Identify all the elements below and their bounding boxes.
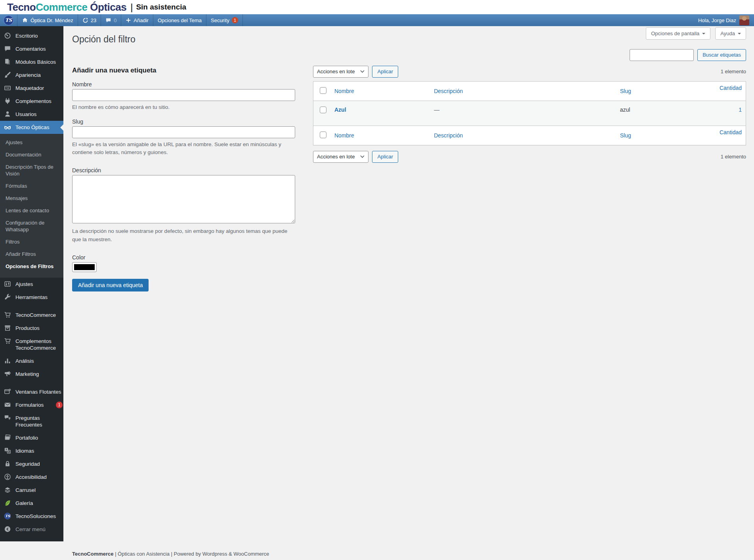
sidebar-item-productos[interactable]: Productos: [0, 322, 63, 335]
apply-button-bottom[interactable]: Aplicar: [372, 151, 398, 163]
builder-icon: [4, 84, 12, 91]
sort-by-description[interactable]: Descripción: [434, 132, 463, 139]
sidebar-item-usuarios[interactable]: Usuarios: [0, 108, 63, 121]
accessibility-icon: [4, 473, 12, 480]
admin-sidebar: EscritorioComentariosMódulos BásicosApar…: [0, 26, 63, 541]
sidebar-item-accesibilidad[interactable]: Accesibilidad: [0, 470, 63, 484]
submenu-item-lentes-de-contacto[interactable]: Lentes de contacto: [0, 204, 63, 217]
collapse-icon: [4, 526, 12, 533]
submenu-item-mensajes[interactable]: Mensajes: [0, 192, 63, 204]
brand-title: TecnoCommerce Ópticas: [7, 1, 126, 13]
comments-menu[interactable]: 0: [101, 14, 121, 26]
description-textarea[interactable]: [72, 175, 295, 223]
sidebar-item-ajustes[interactable]: Ajustes: [0, 278, 63, 291]
sidebar-item-preguntas-frecuentes[interactable]: Preguntas Frecuentes: [0, 411, 63, 431]
search-input[interactable]: [630, 49, 694, 61]
security-menu[interactable]: Security 1: [206, 14, 243, 26]
tag-slug: azul: [620, 107, 630, 113]
sort-by-slug[interactable]: Slug: [620, 88, 631, 94]
sidebar-item-carrusel[interactable]: Carrusel: [0, 484, 63, 497]
bulk-actions-select-bottom[interactable]: Acciones en lote: [313, 151, 368, 163]
apply-button[interactable]: Aplicar: [372, 66, 398, 78]
updates-menu[interactable]: 23: [78, 14, 101, 26]
screen-options-button[interactable]: Opciones de pantalla: [646, 27, 710, 40]
sidebar-item-portafolio[interactable]: Portafolio: [0, 431, 63, 444]
submenu-item-opciones-de-filtros[interactable]: Opciones de Filtros: [0, 260, 63, 272]
tag-name-link[interactable]: Azul: [334, 107, 346, 113]
comments-icon: [4, 45, 12, 52]
sort-by-name[interactable]: Nombre: [334, 88, 354, 94]
sidebar-item-cerrar-menu[interactable]: Cerrar menú: [0, 523, 63, 536]
tag-count-link[interactable]: 1: [739, 107, 742, 113]
description-label: Descripción: [72, 167, 295, 173]
sidebar-item-complementos[interactable]: Complementos: [0, 95, 63, 108]
site-name-menu[interactable]: Óptica Dr. Méndez: [17, 14, 78, 26]
tecno-opticas-submenu: AjustesDocumentaciónDescripción Tipos de…: [0, 134, 63, 278]
sidebar-item-escritorio[interactable]: Escritorio: [0, 29, 63, 42]
submenu-item-descripcion-tipos-de-vision[interactable]: Descripción Tipos de Visión: [0, 161, 63, 180]
portfolio-icon: [4, 434, 12, 441]
slug-input[interactable]: [72, 126, 295, 138]
sort-by-count[interactable]: Cantidad: [720, 129, 742, 135]
select-all-checkbox[interactable]: [320, 131, 326, 138]
account-menu[interactable]: Hola, Jorge Diaz: [693, 14, 754, 26]
select-row-checkbox[interactable]: [320, 107, 326, 113]
sidebar-item-analisis[interactable]: Análisis: [0, 354, 63, 368]
sort-by-count[interactable]: Cantidad: [720, 85, 742, 91]
sidebar-item-herramientas[interactable]: Herramientas: [0, 291, 63, 304]
sidebar-item-tecno-opticas[interactable]: Tecno Ópticas: [0, 121, 63, 134]
megaphone-icon: [4, 370, 12, 377]
submenu-item-ajustes[interactable]: Ajustes: [0, 136, 63, 149]
submenu-item-filtros[interactable]: Filtros: [0, 236, 63, 248]
submenu-item-formulas[interactable]: Fórmulas: [0, 180, 63, 192]
tag-description: —: [434, 107, 439, 113]
security-badge: 1: [232, 17, 238, 23]
plugins-icon: [4, 97, 12, 105]
search-tags-button[interactable]: Buscar etiquetas: [697, 49, 746, 61]
select-all-checkbox[interactable]: [320, 87, 326, 94]
admin-footer: TecnoCommerce | Ópticas con Asistencia |…: [72, 551, 269, 557]
sidebar-item-comentarios[interactable]: Comentarios: [0, 42, 63, 55]
glasses-icon: [4, 124, 12, 131]
sidebar-item-tecnosoluciones[interactable]: TSTecnoSoluciones: [0, 510, 63, 523]
submenu-item-documentacion[interactable]: Documentación: [0, 149, 63, 161]
page-title: Opción del filtro: [72, 34, 746, 45]
sort-by-description[interactable]: Descripción: [434, 88, 463, 94]
lock-icon: [4, 460, 12, 467]
name-label: Nombre: [72, 81, 295, 88]
sidebar-item-galeria[interactable]: Galería: [0, 497, 63, 510]
new-content-menu[interactable]: Añadir: [121, 14, 153, 26]
add-tag-button[interactable]: Añadir una nueva etiqueta: [72, 279, 149, 291]
theme-options-menu[interactable]: Opciones del Tema: [153, 14, 206, 26]
tags-list: Buscar etiquetas Acciones en lote Aplica…: [313, 49, 746, 163]
menu-separator: [0, 304, 63, 309]
name-input[interactable]: [72, 89, 295, 101]
submenu-item-configuracion-de-whatsapp[interactable]: Configuración de Whatsapp: [0, 217, 63, 236]
chevron-down-icon: [360, 70, 365, 73]
avatar: [739, 15, 749, 25]
sidebar-item-maquetador[interactable]: Maquetador: [0, 82, 63, 95]
sidebar-item-formularios[interactable]: Formularios1: [0, 398, 63, 411]
pages-icon: [4, 58, 12, 65]
tools-icon: [4, 293, 12, 301]
sidebar-item-apariencia[interactable]: Apariencia: [0, 69, 63, 82]
update-icon: [82, 17, 88, 23]
help-button[interactable]: Ayuda: [715, 27, 746, 40]
sidebar-item-idiomas[interactable]: Idiomas: [0, 444, 63, 457]
sidebar-item-seguridad[interactable]: Seguridad: [0, 457, 63, 470]
translate-icon: [4, 447, 12, 454]
footer-text: | Ópticas con Asistencia | Powered by Wo…: [114, 551, 269, 557]
submenu-item-anadir-filtros[interactable]: Añadir Filtros: [0, 248, 63, 260]
sidebar-item-tecnocommerce[interactable]: TecnoCommerce: [0, 309, 63, 322]
sidebar-item-complementos-tecnocommerce[interactable]: Complementos TecnoCommerce: [0, 335, 63, 354]
sidebar-item-marketing[interactable]: Marketing: [0, 368, 63, 381]
sidebar-item-ventanas-flotantes[interactable]: Ventanas Flotantes: [0, 385, 63, 398]
ts-logo-menu[interactable]: TS: [0, 14, 17, 26]
items-count-bottom: 1 elemento: [721, 154, 746, 160]
color-picker-button[interactable]: [72, 262, 97, 272]
sort-by-slug[interactable]: Slug: [620, 132, 631, 139]
slug-label: Slug: [72, 118, 295, 125]
sort-by-name[interactable]: Nombre: [334, 132, 354, 139]
sidebar-item-modulos-basicos[interactable]: Módulos Básicos: [0, 55, 63, 69]
bulk-actions-select[interactable]: Acciones en lote: [313, 66, 368, 78]
